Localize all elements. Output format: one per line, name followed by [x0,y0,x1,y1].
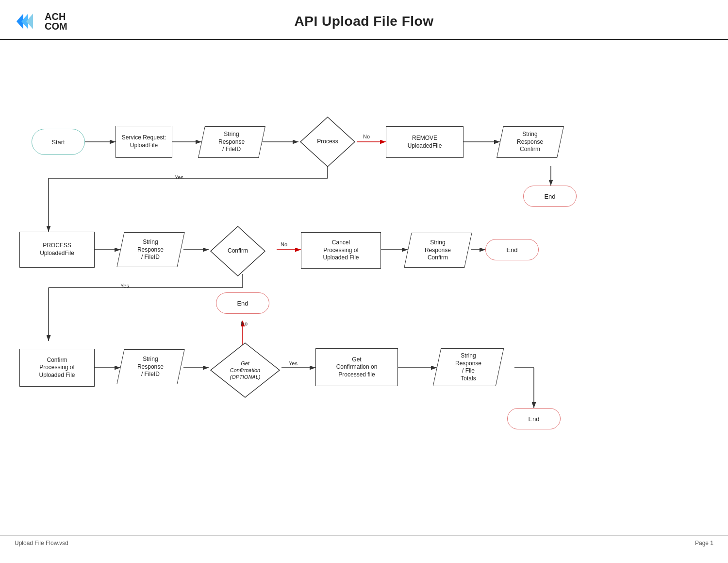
confirm-processing-shape: Confirm Processing of Uploaded File [19,349,95,387]
string-response-fileid-1: String Response / FileID [198,126,265,158]
end-mid2-shape: End [216,292,269,314]
confirm-diamond: Confirm [209,224,267,278]
start-shape: Start [32,129,85,155]
end-bottom-shape: End [507,408,561,429]
cancel-processing-shape: Cancel Processing of Uploaded File [301,232,381,269]
process-uploaded-shape: PROCESS UploadedFile [19,232,95,268]
string-response-confirm-mid: String Response Confirm [404,233,472,268]
diagram: Start Service Request: UploadFile String… [0,40,728,535]
process-diamond: Process [298,115,357,169]
yes-label-2: Yes [120,283,129,289]
yes-label-3: Yes [289,360,298,366]
no-label-1: No [363,134,370,139]
string-response-fileid-3: String Response / FileID [116,349,184,384]
string-response-confirm-top: String Response Confirm [496,126,564,158]
end-mid-shape: End [485,239,539,260]
no-label-3: No [241,321,248,326]
confirm-label: Confirm [228,247,248,255]
no-label-2: No [281,241,287,247]
end-top-shape: End [523,186,577,207]
footer-filename: Upload File Flow.vsd [15,540,68,546]
logo-area: ACH COM [15,9,112,34]
ach-logo-icon [15,9,40,34]
string-response-file-totals: String Response / File Totals [433,348,504,386]
get-confirmation-diamond: GetConfirmation(OPTIONAL) [209,341,281,399]
header: ACH COM API Upload File Flow [0,0,728,40]
yes-label-1: Yes [175,174,183,180]
get-confirmation-label: GetConfirmation(OPTIONAL) [230,360,261,381]
footer-page: Page 1 [695,540,713,546]
process-label: Process [317,138,338,146]
get-confirmation-on-shape: Get Confirmation on Processed file [315,348,398,386]
arrows-svg [0,40,728,535]
service-request-shape: Service Request: UploadFile [116,126,172,158]
remove-uploaded-shape: REMOVE UploadedFile [386,126,463,158]
string-response-fileid-2: String Response / FileID [116,232,184,267]
page-title: API Upload File Flow [112,14,616,29]
logo-text: ACH COM [45,12,67,31]
footer: Upload File Flow.vsd Page 1 [0,535,728,550]
